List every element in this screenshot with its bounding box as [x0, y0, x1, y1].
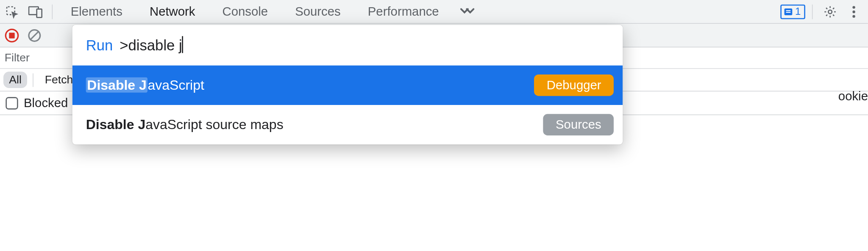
tab-console[interactable]: Console	[209, 0, 282, 23]
text-caret-icon	[182, 36, 184, 53]
tab-label: Elements	[71, 4, 122, 19]
clipped-edge-text: ookie	[838, 89, 868, 104]
divider	[52, 4, 53, 19]
tab-network[interactable]: Network	[136, 0, 209, 23]
svg-rect-4	[786, 10, 791, 11]
command-label: Disable JavaScript source maps	[86, 117, 284, 132]
blocked-cookies-checkbox[interactable]	[6, 97, 18, 109]
tab-performance[interactable]: Performance	[354, 0, 453, 23]
svg-rect-5	[786, 11, 791, 12]
command-palette-item[interactable]: Disable JavaScript source maps Sources	[72, 105, 623, 144]
device-toolbar-icon[interactable]	[24, 0, 47, 23]
panel-badge: Sources	[543, 114, 614, 135]
divider	[812, 4, 812, 19]
divider	[33, 73, 33, 87]
issues-badge[interactable]: 1	[780, 4, 805, 19]
command-palette-item[interactable]: Disable JavaScript Debugger	[72, 66, 623, 105]
svg-point-8	[852, 10, 855, 13]
filter-placeholder: Filter	[5, 51, 30, 64]
tab-label: Sources	[295, 4, 341, 19]
svg-point-7	[852, 6, 855, 8]
svg-point-9	[852, 15, 855, 17]
inspect-element-icon[interactable]	[0, 0, 24, 23]
record-button-icon[interactable]	[5, 28, 19, 43]
issues-icon	[784, 7, 793, 16]
command-palette-query: >disable j	[120, 36, 183, 54]
svg-rect-11	[9, 33, 14, 38]
settings-gear-icon[interactable]	[819, 0, 841, 23]
tab-elements[interactable]: Elements	[57, 0, 136, 23]
blocked-label: Blocked	[24, 96, 68, 110]
command-palette-run-label: Run	[86, 36, 113, 54]
tab-label: Network	[150, 4, 195, 19]
clear-log-icon[interactable]	[27, 28, 42, 43]
command-label: Disable JavaScript	[86, 77, 204, 93]
tabs-overflow-icon[interactable]	[453, 0, 482, 23]
chip-all[interactable]: All	[3, 72, 27, 88]
devtools-tab-strip: Elements Network Console Sources Perform…	[0, 0, 868, 24]
tab-label: Performance	[368, 4, 439, 19]
svg-point-6	[828, 10, 832, 14]
command-palette-results: Disable JavaScript Debugger Disable Java…	[72, 66, 623, 145]
svg-rect-2	[37, 9, 42, 17]
tab-label: Console	[223, 4, 268, 19]
panel-badge: Debugger	[534, 74, 614, 96]
command-palette: Run >disable j Disable JavaScript Debugg…	[72, 25, 623, 145]
chip-label: All	[9, 73, 22, 86]
command-palette-input[interactable]: Run >disable j	[72, 25, 623, 66]
chip-label: Fetch	[45, 73, 73, 86]
issues-count: 1	[795, 6, 801, 17]
svg-line-13	[30, 31, 39, 40]
kebab-menu-icon[interactable]	[843, 0, 865, 23]
tab-sources[interactable]: Sources	[281, 0, 354, 23]
